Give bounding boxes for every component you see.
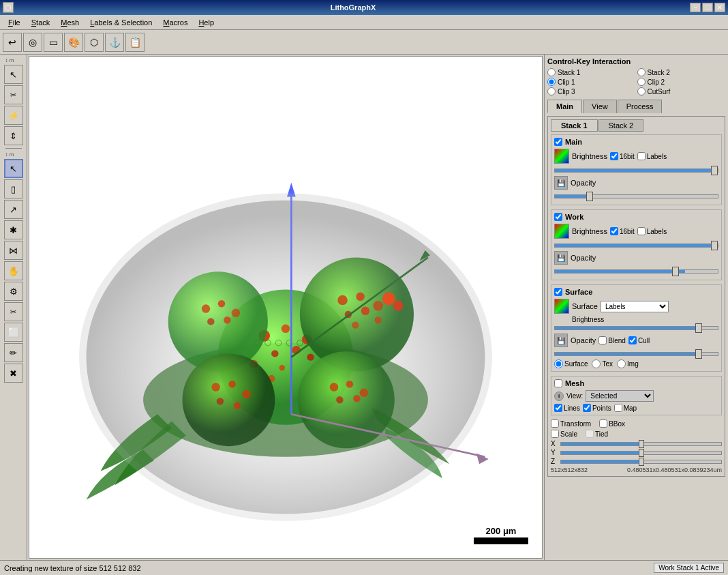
work-disk-icon[interactable]: 💾 — [554, 251, 568, 265]
tool-diag-arrow[interactable]: ↗ — [4, 200, 23, 219]
main-16bit-checkbox[interactable] — [610, 152, 618, 160]
x-slider[interactable] — [560, 442, 722, 446]
y-slider-row: Y — [551, 449, 722, 456]
surface-brightness-slider-container — [554, 323, 718, 331]
dimensions-text: 512x512x832 — [551, 467, 588, 473]
tool-settings[interactable]: ⚙ — [4, 282, 23, 301]
stack-tab-2[interactable]: Stack 2 — [598, 119, 644, 132]
capture-button[interactable]: ▭ — [44, 33, 63, 52]
z-slider-row: Z — [551, 458, 722, 465]
radio-input-clip3[interactable] — [547, 87, 556, 95]
surface-section-label: Surface — [565, 288, 592, 296]
tool-pencil[interactable]: ✏ — [4, 343, 23, 362]
clipboard-button[interactable]: 📋 — [125, 33, 145, 52]
stack-tab-1[interactable]: Stack 1 — [551, 119, 598, 132]
tool-brush[interactable]: ⚡ — [4, 106, 23, 125]
main-section: Main Brightness 16bit Labels — [551, 134, 722, 205]
undo-button[interactable]: ↩ — [3, 33, 22, 52]
menu-labels[interactable]: Labels & Selection — [85, 17, 157, 28]
work-section-checkbox[interactable] — [554, 213, 562, 221]
surface-opacity-slider[interactable] — [554, 352, 718, 356]
tab-main[interactable]: Main — [547, 100, 582, 113]
work-16bit-checkbox[interactable] — [610, 227, 618, 235]
mesh-map-checkbox[interactable] — [614, 404, 622, 412]
work-labels-checkbox[interactable] — [637, 227, 646, 235]
tool-merge[interactable]: ⋈ — [4, 241, 23, 260]
main-brightness-row: Brightness 16bit Labels — [554, 149, 718, 164]
menu-bar: File Stack Mesh Labels & Selection Macro… — [0, 15, 728, 30]
record-button[interactable]: ◎ — [23, 33, 42, 52]
work-opacity-slider[interactable] — [554, 269, 718, 274]
surface-cull-text: Cull — [638, 337, 650, 344]
menu-file[interactable]: File — [3, 17, 26, 28]
z-slider[interactable] — [560, 460, 722, 464]
scale-checkbox[interactable] — [551, 430, 559, 438]
radio-input-clip2[interactable] — [637, 78, 646, 86]
surface-section-checkbox[interactable] — [554, 288, 562, 296]
surface-radio-input-surface[interactable] — [554, 359, 563, 368]
anchor-button[interactable]: ⚓ — [105, 33, 124, 52]
surface-radio-input-img[interactable] — [617, 359, 626, 368]
mesh-view-dropdown[interactable]: Selected — [586, 390, 654, 402]
surface-blend-checkbox[interactable] — [598, 336, 607, 344]
work-color-swatch[interactable] — [554, 224, 569, 239]
tab-process[interactable]: Process — [618, 100, 663, 113]
close-button[interactable]: ✕ — [714, 3, 725, 12]
main-opacity-slider-container — [554, 192, 718, 200]
surface-radio-input-tex[interactable] — [592, 359, 601, 368]
tool-arrow[interactable]: ↖ — [4, 65, 23, 84]
surface-cull-checkbox[interactable] — [628, 336, 637, 344]
surface-color-swatch[interactable] — [554, 299, 569, 314]
mesh-lines-checkbox[interactable] — [554, 404, 562, 412]
main-labels-label: Labels — [637, 152, 667, 160]
bbox-text: BBox — [609, 420, 625, 428]
mesh-points-label: Points — [583, 404, 611, 412]
main-section-checkbox[interactable] — [554, 138, 562, 146]
main-color-swatch[interactable] — [554, 149, 569, 164]
canvas-area[interactable]: 200 μm — [29, 56, 543, 559]
radio-label-clip3: Clip 3 — [558, 88, 575, 95]
tool-cross[interactable]: ✖ — [4, 364, 23, 383]
radio-input-stack1[interactable] — [547, 68, 556, 76]
tool-star[interactable]: ✱ — [4, 220, 23, 239]
tool-select[interactable]: ↖ — [4, 159, 23, 178]
work-section-label: Work — [565, 213, 583, 221]
radio-input-clip1[interactable] — [547, 78, 556, 86]
tool-hand[interactable]: ✋ — [4, 261, 23, 280]
main-16bit-label: 16bit — [610, 152, 635, 160]
surface-brightness-slider[interactable] — [554, 326, 718, 330]
tab-view[interactable]: View — [583, 100, 617, 113]
mesh-info-icon[interactable]: i — [554, 392, 564, 401]
surface-disk-icon[interactable]: 💾 — [554, 334, 568, 347]
surface-radio-surface: Surface — [554, 359, 588, 368]
radio-input-stack2[interactable] — [637, 68, 646, 76]
main-brightness-slider[interactable] — [554, 168, 718, 173]
hex-button[interactable]: ⬡ — [85, 33, 104, 52]
work-brightness-slider[interactable] — [554, 244, 718, 248]
y-slider[interactable] — [560, 451, 722, 455]
tool-cut1[interactable]: ✂ — [4, 85, 23, 104]
mesh-section-checkbox[interactable] — [554, 379, 562, 387]
tied-checkbox[interactable] — [586, 430, 594, 438]
menu-help[interactable]: Help — [193, 17, 219, 28]
radio-input-cutsurf[interactable] — [637, 87, 646, 95]
mesh-points-checkbox[interactable] — [583, 404, 591, 412]
maximize-button[interactable]: □ — [702, 3, 713, 12]
surface-dropdown[interactable]: Labels — [601, 301, 669, 312]
tool-eraser[interactable]: ⬜ — [4, 323, 23, 342]
tool-scissors[interactable]: ✂ — [4, 302, 23, 321]
tool-adjust[interactable]: ⇕ — [4, 126, 23, 145]
transform-checkbox[interactable] — [551, 419, 559, 428]
main-opacity-slider[interactable] — [554, 194, 718, 198]
main-disk-icon[interactable]: 💾 — [554, 176, 568, 190]
palette-button[interactable]: 🎨 — [64, 33, 83, 52]
bbox-checkbox[interactable] — [599, 419, 607, 428]
menu-macros[interactable]: Macros — [157, 17, 193, 28]
tool-rect[interactable]: ▯ — [4, 179, 23, 198]
radio-label-stack1: Stack 1 — [558, 69, 580, 76]
main-labels-checkbox[interactable] — [637, 152, 646, 160]
menu-stack[interactable]: Stack — [26, 17, 56, 28]
minimize-button[interactable]: – — [690, 3, 701, 12]
menu-mesh[interactable]: Mesh — [55, 17, 85, 28]
surface-radio-img: Img — [617, 359, 639, 368]
